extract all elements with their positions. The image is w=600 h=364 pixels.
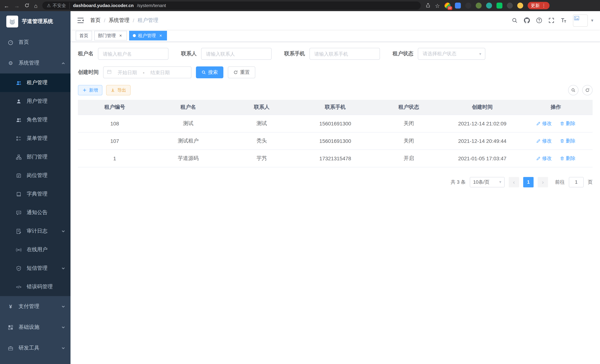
delete-link[interactable]: 删除 xyxy=(560,120,575,127)
system-submenu: 租户管理 用户管理 角色管理 xyxy=(0,74,71,296)
bookmark-star-icon[interactable]: ☆ xyxy=(435,3,440,8)
date-range-picker[interactable]: - xyxy=(103,66,191,78)
profile-avatar[interactable] xyxy=(517,3,523,9)
url-host: dashboard.yudao.iocoder.cn xyxy=(73,3,134,8)
home-icon[interactable]: ⌂ xyxy=(34,3,38,8)
chevron-down-icon: ▾ xyxy=(479,51,481,56)
page-number-button[interactable]: 1 xyxy=(523,177,534,187)
cell-id: 108 xyxy=(78,115,151,132)
sidebar-item-dept[interactable]: 部门管理 xyxy=(0,148,71,166)
sidebar-item-menu[interactable]: 菜单管理 xyxy=(0,129,71,148)
calendar-icon xyxy=(107,69,112,76)
grid-icon xyxy=(7,324,14,330)
next-page-button[interactable]: › xyxy=(538,177,548,187)
extension-icon[interactable] xyxy=(507,3,513,9)
avatar-caret-icon[interactable]: ▾ xyxy=(591,18,593,23)
prev-page-button[interactable]: ‹ xyxy=(509,177,519,187)
extension-icon[interactable] xyxy=(465,3,471,9)
reload-icon[interactable] xyxy=(25,3,29,8)
github-icon[interactable] xyxy=(524,18,530,23)
search-icon[interactable] xyxy=(512,18,518,23)
sidebar-submenu-dev-tools[interactable]: 研发工具 xyxy=(0,338,71,358)
toolbox-icon xyxy=(7,345,14,351)
tab-tenant[interactable]: 租户管理 × xyxy=(129,31,167,40)
sidebar-item-dict[interactable]: 字典管理 xyxy=(0,185,71,203)
sidebar-item-error-code[interactable]: </> 错误码管理 xyxy=(0,278,71,296)
pagination-total: 共 3 条 xyxy=(451,179,466,185)
sidebar-item-label: 菜单管理 xyxy=(27,135,47,142)
refresh-button[interactable] xyxy=(582,85,593,95)
toggle-search-button[interactable] xyxy=(568,85,579,95)
contact-input[interactable] xyxy=(201,48,272,60)
chevron-down-icon xyxy=(61,229,65,233)
fullscreen-icon[interactable] xyxy=(548,18,554,23)
tags-view: 首页 部门管理 × 租户管理 × xyxy=(71,30,600,42)
reset-button[interactable]: 重置 xyxy=(228,66,255,78)
extension-icon[interactable]: 10 xyxy=(444,3,450,9)
breadcrumb-home[interactable]: 首页 xyxy=(90,17,101,24)
delete-link[interactable]: 删除 xyxy=(560,155,575,162)
start-date-input[interactable] xyxy=(114,70,141,75)
extension-icon[interactable] xyxy=(476,3,481,9)
edit-link[interactable]: 修改 xyxy=(536,120,552,127)
sidebar-item-home[interactable]: 首页 xyxy=(0,32,71,53)
sidebar-item-label: 岗位管理 xyxy=(27,172,47,179)
end-date-input[interactable] xyxy=(147,70,173,75)
user-avatar[interactable] xyxy=(573,14,588,27)
cell-phone: 17321315478 xyxy=(299,149,372,167)
delete-link[interactable]: 删除 xyxy=(560,138,575,144)
page-size-select[interactable]: 10条/页 ▾ xyxy=(470,177,505,187)
tab-dept[interactable]: 部门管理 × xyxy=(94,31,127,40)
sidebar-item-notice[interactable]: 通知公告 xyxy=(0,203,71,222)
security-chip[interactable]: ⚠ 不安全 xyxy=(47,2,70,9)
edit-link[interactable]: 修改 xyxy=(536,155,552,162)
status-select[interactable]: 请选择租户状态 ▾ xyxy=(418,48,485,60)
sidebar-item-tenant[interactable]: 租户管理 xyxy=(0,74,71,92)
sidebar-item-user[interactable]: 用户管理 xyxy=(0,92,71,111)
book-icon xyxy=(16,191,22,197)
tenant-name-input[interactable] xyxy=(98,48,169,60)
sidebar-item-online-users[interactable]: 在线用户 xyxy=(0,241,71,259)
sidebar-submenu-sms[interactable]: 短信管理 xyxy=(0,259,71,278)
font-size-icon[interactable] xyxy=(561,18,567,23)
sidebar-item-label: 研发工具 xyxy=(19,345,39,351)
export-button[interactable]: 导出 xyxy=(106,85,131,95)
edit-link[interactable]: 修改 xyxy=(536,138,552,144)
breadcrumb-system[interactable]: 系统管理 xyxy=(109,17,130,24)
sidebar-toggle-icon[interactable] xyxy=(77,18,84,23)
breadcrumb-current: 租户管理 xyxy=(138,17,159,24)
forward-icon[interactable]: → xyxy=(14,3,20,8)
add-button[interactable]: 新增 xyxy=(78,85,103,95)
extension-icon[interactable] xyxy=(486,3,492,9)
share-icon[interactable] xyxy=(426,3,431,8)
address-bar[interactable]: ⚠ 不安全 dashboard.yudao.iocoder.cn/system/… xyxy=(42,1,421,10)
sidebar-item-label: 首页 xyxy=(19,39,29,46)
cell-created: 2021-12-14 20:49:44 xyxy=(445,132,519,149)
goto-page-input[interactable] xyxy=(569,177,584,187)
extension-icon[interactable] xyxy=(455,3,461,9)
search-button[interactable]: 搜索 xyxy=(196,66,223,78)
extension-icon[interactable] xyxy=(496,3,502,9)
sidebar-submenu-audit-log[interactable]: 审计日志 xyxy=(0,222,71,241)
sidebar-submenu-system[interactable]: ⚙ 系统管理 xyxy=(0,53,71,74)
sidebar-item-label: 错误码管理 xyxy=(27,283,53,290)
close-icon[interactable]: × xyxy=(118,33,123,38)
app-logo[interactable]: 芋道管理系统 xyxy=(0,11,71,32)
close-icon[interactable]: × xyxy=(158,33,163,38)
reset-button-label: 重置 xyxy=(240,69,250,76)
tab-home[interactable]: 首页 xyxy=(76,31,92,40)
pagination: 共 3 条 10条/页 ▾ ‹ 1 › 前往 页 xyxy=(78,177,593,187)
cell-phone: 15601691300 xyxy=(299,132,372,149)
help-icon[interactable] xyxy=(536,18,542,23)
mobile-input[interactable] xyxy=(309,48,380,60)
sidebar-submenu-payment[interactable]: ¥ 支付管理 xyxy=(0,296,71,317)
sidebar-item-post[interactable]: 岗位管理 xyxy=(0,166,71,185)
screen: ← → ⌂ ⚠ 不安全 dashboard.yudao.iocoder.cn/s… xyxy=(0,0,600,364)
sidebar-submenu-infra[interactable]: 基础设施 xyxy=(0,317,71,338)
back-icon[interactable]: ← xyxy=(4,3,9,8)
cell-created: 2021-01-05 17:03:47 xyxy=(445,149,519,167)
chrome-update-button[interactable]: 更新 ⋮ xyxy=(527,2,549,9)
sidebar-item-role[interactable]: 角色管理 xyxy=(0,111,71,129)
add-button-label: 新增 xyxy=(89,87,98,93)
cell-contact: 芋艿 xyxy=(225,149,299,167)
